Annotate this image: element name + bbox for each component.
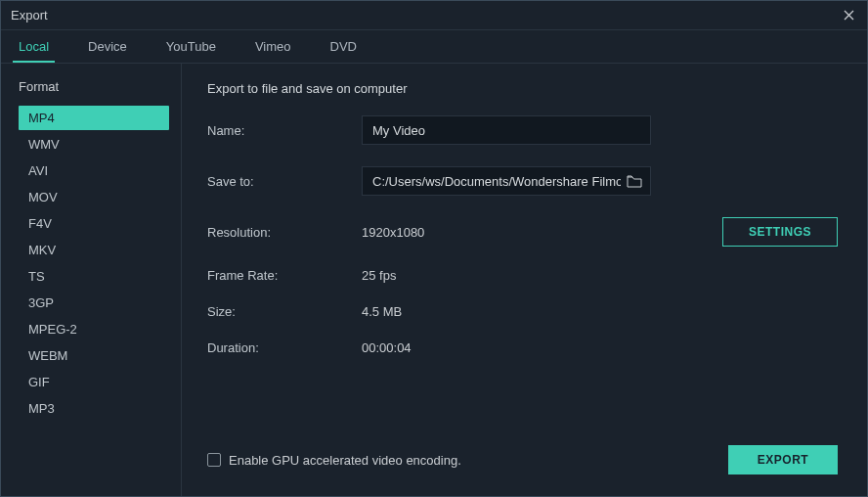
- size-label: Size:: [207, 304, 362, 319]
- resolution-label: Resolution:: [207, 225, 362, 240]
- gpu-checkbox[interactable]: Enable GPU accelerated video encoding.: [207, 453, 461, 468]
- format-item-f4v[interactable]: F4V: [19, 211, 169, 236]
- saveto-value: C:/Users/ws/Documents/Wondershare Filmo: [372, 174, 621, 189]
- tabs: LocalDeviceYouTubeVimeoDVD: [1, 30, 867, 64]
- gpu-checkbox-label: Enable GPU accelerated video encoding.: [229, 453, 461, 468]
- row-duration: Duration: 00:00:04: [207, 340, 838, 355]
- tab-local[interactable]: Local: [13, 31, 55, 63]
- format-item-mpeg-2[interactable]: MPEG-2: [19, 317, 169, 341]
- duration-label: Duration:: [207, 340, 362, 355]
- name-label: Name:: [207, 123, 362, 138]
- row-saveto: Save to: C:/Users/ws/Documents/Wondersha…: [207, 166, 838, 196]
- format-item-avi[interactable]: AVI: [19, 158, 169, 183]
- body: Format MP4WMVAVIMOVF4VMKVTS3GPMPEG-2WEBM…: [1, 64, 867, 496]
- format-list: MP4WMVAVIMOVF4VMKVTS3GPMPEG-2WEBMGIFMP3: [19, 106, 169, 421]
- framerate-label: Frame Rate:: [207, 268, 362, 283]
- close-icon: [844, 10, 854, 21]
- settings-button[interactable]: SETTINGS: [722, 217, 838, 247]
- tab-device[interactable]: Device: [82, 31, 133, 63]
- tab-dvd[interactable]: DVD: [325, 31, 363, 63]
- row-framerate: Frame Rate: 25 fps: [207, 268, 838, 283]
- export-window: Export LocalDeviceYouTubeVimeoDVD Format…: [0, 0, 868, 497]
- main-panel: Export to file and save on computer Name…: [182, 64, 867, 496]
- format-item-mov[interactable]: MOV: [19, 185, 169, 209]
- folder-icon[interactable]: [627, 174, 642, 188]
- saveto-label: Save to:: [207, 174, 362, 189]
- close-button[interactable]: [840, 7, 857, 24]
- format-item-mkv[interactable]: MKV: [19, 238, 169, 262]
- sidebar-heading: Format: [19, 79, 169, 94]
- duration-value: 00:00:04: [362, 340, 412, 355]
- export-button[interactable]: EXPORT: [728, 445, 838, 474]
- size-value: 4.5 MB: [362, 304, 402, 319]
- tab-youtube[interactable]: YouTube: [160, 31, 222, 63]
- saveto-field[interactable]: C:/Users/ws/Documents/Wondershare Filmo: [362, 166, 651, 196]
- format-item-wmv[interactable]: WMV: [19, 132, 169, 157]
- form: Name: Save to: C:/Users/ws/Documents/Won…: [207, 115, 838, 355]
- main-heading: Export to file and save on computer: [207, 81, 838, 96]
- row-size: Size: 4.5 MB: [207, 304, 838, 319]
- row-name: Name:: [207, 115, 838, 145]
- tab-vimeo[interactable]: Vimeo: [249, 31, 297, 63]
- resolution-value: 1920x1080: [362, 225, 424, 240]
- row-resolution: Resolution: 1920x1080 SETTINGS: [207, 217, 838, 247]
- titlebar: Export: [1, 1, 867, 30]
- format-item-gif[interactable]: GIF: [19, 370, 169, 394]
- window-title: Export: [11, 8, 48, 23]
- format-item-3gp[interactable]: 3GP: [19, 291, 169, 315]
- checkbox-box-icon: [207, 453, 221, 467]
- footer: Enable GPU accelerated video encoding. E…: [207, 433, 838, 484]
- format-item-mp3[interactable]: MP3: [19, 396, 169, 421]
- format-item-webm[interactable]: WEBM: [19, 343, 169, 368]
- format-item-mp4[interactable]: MP4: [19, 106, 169, 130]
- name-input[interactable]: [362, 115, 651, 145]
- format-item-ts[interactable]: TS: [19, 264, 169, 289]
- sidebar: Format MP4WMVAVIMOVF4VMKVTS3GPMPEG-2WEBM…: [1, 64, 182, 496]
- framerate-value: 25 fps: [362, 268, 396, 283]
